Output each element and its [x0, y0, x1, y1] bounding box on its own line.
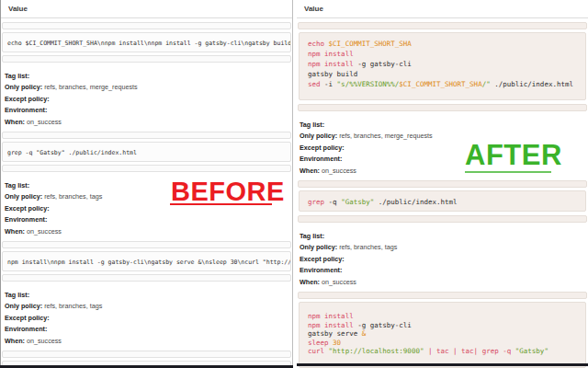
empty-value-cell	[2, 274, 291, 282]
after-label: AFTER	[465, 141, 562, 169]
empty-value-cell	[298, 104, 587, 111]
raw-serve-script-value: npm install\nnpm install -g gatsby-cli\n…	[2, 251, 291, 271]
empty-value-cell	[2, 55, 291, 63]
empty-value-cell	[298, 22, 587, 29]
empty-value-cell	[298, 292, 587, 299]
ci-variables-before-after-comparison: Value echo $CI_COMMIT_SHORT_SHA\nnpm ins…	[0, 0, 588, 368]
empty-value-cell	[2, 241, 291, 248]
before-underline	[170, 203, 272, 205]
empty-value-cell	[2, 351, 291, 358]
job-policy-meta: Tag list:Only policy: refs, branches, me…	[1, 71, 292, 128]
value-column-header: Value	[297, 0, 588, 18]
bottom-edge	[297, 363, 588, 366]
value-column-title: Value	[8, 5, 28, 13]
value-column-title: Value	[304, 5, 323, 13]
after-panel: Value echo $CI_COMMIT_SHORT_SHAnpm insta…	[297, 0, 588, 368]
before-label: BEFORE	[171, 178, 285, 205]
highlighted-build-script-value: echo $CI_COMMIT_SHORT_SHAnpm installnpm …	[299, 32, 586, 100]
empty-value-cell	[298, 215, 587, 223]
highlighted-test-script-value: grep -q "Gatsby" ./public/index.html	[299, 190, 586, 212]
empty-value-cell	[298, 180, 587, 188]
job-policy-meta: Tag list:Only policy: refs, branches, ta…	[1, 290, 292, 347]
after-underline	[465, 171, 551, 173]
value-column-header: Value	[1, 0, 292, 18]
raw-test-script-value: grep -q "Gatsby" ./public/index.html	[2, 142, 291, 162]
empty-value-cell	[2, 165, 291, 172]
highlighted-serve-script-value: npm installnpm install -g gatsby-cligats…	[299, 302, 586, 368]
job-policy-meta: Tag list:Only policy: refs, branches, ta…	[297, 231, 588, 288]
raw-build-script-value: echo $CI_COMMIT_SHORT_SHA\nnpm install\n…	[2, 32, 291, 52]
empty-value-cell	[2, 22, 291, 29]
empty-value-cell	[2, 132, 291, 139]
